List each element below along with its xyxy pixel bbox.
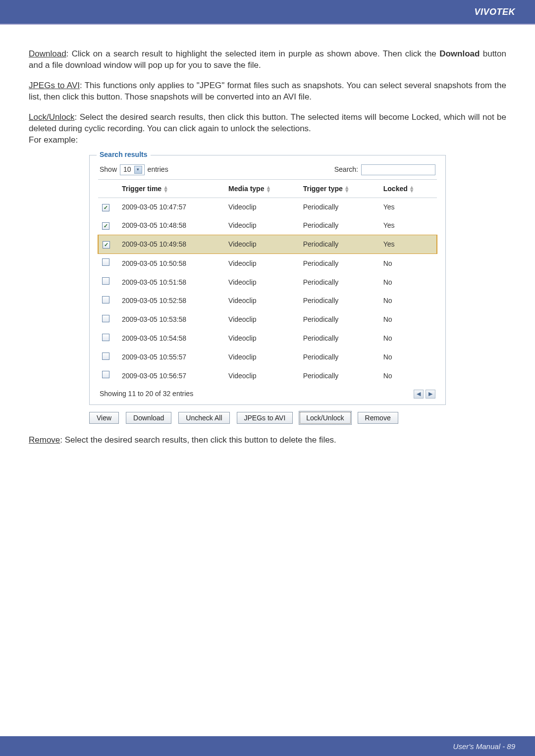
cell-locked: No xyxy=(379,310,437,329)
paragraph-remove: Remove: Select the desired search result… xyxy=(29,435,506,446)
cell-checkbox xyxy=(98,198,118,216)
text: : Select the desired search results, the… xyxy=(60,435,336,445)
row-checkbox[interactable] xyxy=(102,334,109,341)
cell-locked: No xyxy=(379,348,437,367)
header-label: Media type xyxy=(228,185,264,193)
page-content: Download: Click on a search result to hi… xyxy=(0,25,535,446)
for-example: For example: xyxy=(29,135,78,145)
text: : This functions only applies to "JPEG" … xyxy=(29,81,506,101)
cell-trigger-type: Periodically xyxy=(299,216,379,235)
cell-trigger-type: Periodically xyxy=(299,254,379,273)
cell-trigger-time: 2009-03-05 10:54:58 xyxy=(118,329,224,348)
search-input[interactable] xyxy=(361,164,435,175)
table-footer: Showing 11 to 20 of 32 entries ◀ ▶ xyxy=(98,385,437,400)
row-checkbox[interactable] xyxy=(102,353,109,360)
jpegs-label: JPEGs to AVI xyxy=(29,81,80,90)
cell-trigger-type: Periodically xyxy=(299,235,379,254)
col-media-type[interactable]: Media type▲▼ xyxy=(224,179,299,198)
table-row[interactable]: 2009-03-05 10:50:58VideoclipPeriodically… xyxy=(98,254,437,273)
view-button[interactable]: View xyxy=(89,412,119,424)
search-results-panel: Search results Show 10 ▾ entries Search: xyxy=(89,155,446,405)
brand-logo: VIVOTEK xyxy=(474,7,515,17)
footer-text: User's Manual - 89 xyxy=(453,742,515,751)
row-checkbox[interactable] xyxy=(103,241,110,249)
cell-media-type: Videoclip xyxy=(224,329,299,348)
next-page-button[interactable]: ▶ xyxy=(426,390,435,399)
paragraph-download: Download: Click on a search result to hi… xyxy=(29,49,506,71)
table-row[interactable]: 2009-03-05 10:55:57VideoclipPeriodically… xyxy=(98,348,437,367)
download-label: Download xyxy=(29,49,66,58)
row-checkbox[interactable] xyxy=(102,296,109,303)
header-label: Locked xyxy=(383,185,408,193)
cell-trigger-time: 2009-03-05 10:55:57 xyxy=(118,348,224,367)
row-checkbox[interactable] xyxy=(102,258,109,266)
cell-locked: No xyxy=(379,254,437,273)
jpegs-to-avi-button[interactable]: JPEGs to AVI xyxy=(237,412,293,424)
cell-trigger-time: 2009-03-05 10:47:57 xyxy=(118,198,224,216)
col-trigger-type[interactable]: Trigger type▲▼ xyxy=(299,179,379,198)
panel-title: Search results xyxy=(97,150,151,159)
cell-locked: Yes xyxy=(379,198,437,216)
table-row[interactable]: 2009-03-05 10:53:58VideoclipPeriodically… xyxy=(98,310,437,329)
table-row[interactable]: 2009-03-05 10:51:58VideoclipPeriodically… xyxy=(98,273,437,292)
cell-trigger-type: Periodically xyxy=(299,329,379,348)
controls-row: Show 10 ▾ entries Search: xyxy=(98,161,437,179)
row-checkbox[interactable] xyxy=(102,222,109,230)
table-row[interactable]: 2009-03-05 10:52:58VideoclipPeriodically… xyxy=(98,292,437,310)
prev-page-button[interactable]: ◀ xyxy=(414,390,424,399)
chevron-down-icon: ▾ xyxy=(134,166,142,174)
table-row[interactable]: 2009-03-05 10:47:57VideoclipPeriodically… xyxy=(98,198,437,216)
cell-media-type: Videoclip xyxy=(224,292,299,310)
search-group: Search: xyxy=(334,164,435,175)
button-row: View Download Uncheck All JPEGs to AVI L… xyxy=(89,412,446,424)
row-checkbox[interactable] xyxy=(102,277,109,285)
cell-trigger-type: Periodically xyxy=(299,348,379,367)
download-bold: Download xyxy=(439,49,480,58)
entries-select[interactable]: 10 ▾ xyxy=(120,164,145,175)
col-checkbox xyxy=(98,179,118,198)
header-label: Trigger type xyxy=(303,185,343,193)
text: : Select the desired search results, the… xyxy=(29,112,506,133)
cell-checkbox xyxy=(98,216,118,235)
paragraph-lock: Lock/Unlock: Select the desired search r… xyxy=(29,112,506,146)
table-row[interactable]: 2009-03-05 10:56:57VideoclipPeriodically… xyxy=(98,366,437,385)
table-row[interactable]: 2009-03-05 10:49:58VideoclipPeriodically… xyxy=(98,235,437,254)
remove-label: Remove xyxy=(29,435,60,445)
row-checkbox[interactable] xyxy=(102,315,109,322)
lock-label: Lock/Unlock xyxy=(29,112,75,122)
row-checkbox[interactable] xyxy=(102,371,109,378)
col-locked[interactable]: Locked▲▼ xyxy=(379,179,437,198)
showing-text: Showing 11 to 20 of 32 entries xyxy=(100,389,193,399)
uncheck-all-button[interactable]: Uncheck All xyxy=(178,412,229,424)
cell-trigger-time: 2009-03-05 10:56:57 xyxy=(118,366,224,385)
cell-checkbox xyxy=(98,348,118,367)
table-row[interactable]: 2009-03-05 10:54:58VideoclipPeriodically… xyxy=(98,329,437,348)
cell-checkbox xyxy=(98,235,118,254)
cell-media-type: Videoclip xyxy=(224,235,299,254)
cell-trigger-type: Periodically xyxy=(299,198,379,216)
sort-icon: ▲▼ xyxy=(266,186,271,192)
paragraph-jpegs: JPEGs to AVI: This functions only applie… xyxy=(29,80,506,103)
remove-button[interactable]: Remove xyxy=(358,412,398,424)
header-band: VIVOTEK xyxy=(0,0,535,24)
cell-trigger-time: 2009-03-05 10:53:58 xyxy=(118,310,224,329)
cell-locked: Yes xyxy=(379,235,437,254)
row-checkbox[interactable] xyxy=(102,204,109,211)
show-entries-group: Show 10 ▾ entries xyxy=(100,164,168,175)
lock-unlock-button[interactable]: Lock/Unlock xyxy=(300,412,350,424)
table-row[interactable]: 2009-03-05 10:48:58VideoclipPeriodically… xyxy=(98,216,437,235)
cell-locked: No xyxy=(379,366,437,385)
text: : Click on a search result to highlight … xyxy=(66,49,440,58)
cell-media-type: Videoclip xyxy=(224,310,299,329)
cell-media-type: Videoclip xyxy=(224,366,299,385)
cell-trigger-type: Periodically xyxy=(299,273,379,292)
results-table: Trigger time▲▼ Media type▲▼ Trigger type… xyxy=(98,179,437,386)
cell-trigger-time: 2009-03-05 10:50:58 xyxy=(118,254,224,273)
entries-label: entries xyxy=(148,165,168,174)
cell-media-type: Videoclip xyxy=(224,198,299,216)
download-button[interactable]: Download xyxy=(126,412,171,424)
search-label: Search: xyxy=(334,165,358,174)
cell-trigger-type: Periodically xyxy=(299,292,379,310)
col-trigger-time[interactable]: Trigger time▲▼ xyxy=(118,179,224,198)
cell-trigger-time: 2009-03-05 10:52:58 xyxy=(118,292,224,310)
